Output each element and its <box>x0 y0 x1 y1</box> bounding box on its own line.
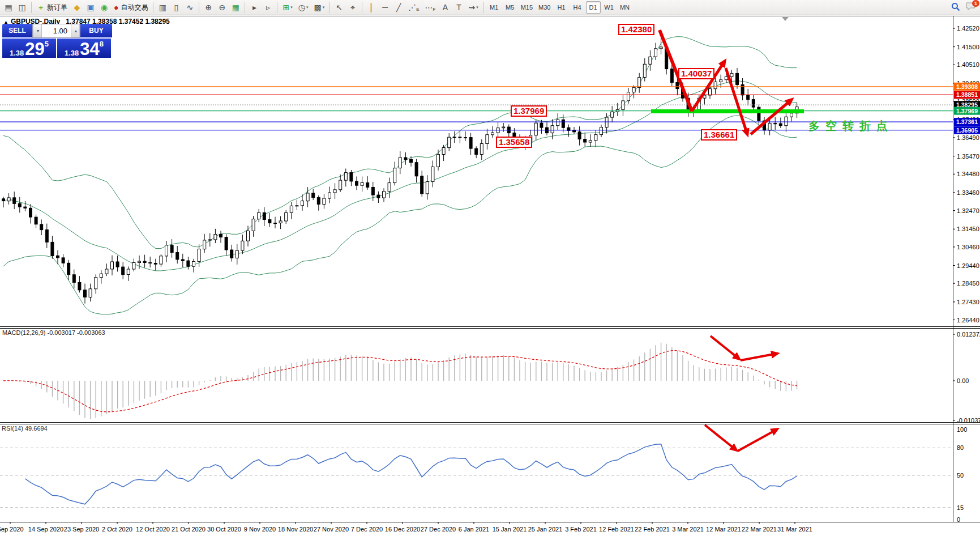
crosshair-icon[interactable]: ⌖ <box>346 1 359 14</box>
price-annotation-box[interactable]: 1.36661 <box>701 129 737 141</box>
timeframe-m30[interactable]: M30 <box>536 1 553 14</box>
candle-body <box>448 137 451 147</box>
chart-bars-icon[interactable]: ▥ <box>156 1 169 14</box>
candle-body <box>779 124 782 126</box>
virtual-hosting-icon[interactable]: ▣ <box>84 1 97 14</box>
chart-candles-icon[interactable]: ▯ <box>170 1 182 14</box>
candle-body <box>676 83 679 89</box>
price-badge-value: 1.38851 <box>956 91 978 98</box>
candle-body <box>594 135 597 141</box>
volume-increase-button[interactable]: ▴ <box>71 24 80 37</box>
autotrading-button[interactable]: ●自动交易 <box>112 1 150 14</box>
trendline-icon[interactable]: ╱ <box>392 1 405 14</box>
macd-label: MACD(12,26,9) -0.003017 -0.003063 <box>2 329 105 336</box>
vertical-line-icon[interactable]: │ <box>365 1 378 14</box>
candle-body <box>296 206 298 206</box>
candle-body <box>469 138 472 149</box>
buy-price-prefix: 1.38 <box>65 49 79 57</box>
price-annotation-box[interactable]: 1.40037 <box>678 68 714 79</box>
sell-price-display[interactable]: 1.38295 <box>2 39 56 58</box>
candle-body <box>366 183 369 188</box>
text-label-icon[interactable]: T <box>452 1 465 14</box>
signals-icon[interactable]: ◉ <box>98 1 110 14</box>
chat-icon[interactable]: 1 <box>966 2 975 13</box>
candle-body <box>404 158 407 159</box>
chart-shift-icon[interactable]: ▹ <box>262 1 274 14</box>
date-axis-label: 31 Mar 2021 <box>777 526 812 533</box>
tile-windows-icon[interactable]: ▦ <box>229 1 242 14</box>
equidistant-channel-icon[interactable]: ⋰E <box>406 1 421 14</box>
price-badge-value: 1.37969 <box>956 108 978 114</box>
buy-price-display[interactable]: 1.38348 <box>57 39 111 58</box>
turning-point-annotation[interactable]: 多空转折点 <box>808 118 893 134</box>
candle-body <box>40 224 43 230</box>
timeframe-w1[interactable]: W1 <box>602 1 617 14</box>
arrows-icon[interactable]: ⇝▾ <box>466 1 480 14</box>
candle-body <box>339 180 342 190</box>
zoom-out-icon[interactable]: ⊖ <box>216 1 228 14</box>
candle-body <box>660 47 662 49</box>
volume-decrease-button[interactable]: ▾ <box>33 24 42 37</box>
templates-icon[interactable]: ▩▾ <box>311 1 327 14</box>
candle-body <box>220 235 222 237</box>
horizontal-line-icon[interactable]: ─ <box>379 1 391 14</box>
candle-body <box>198 249 200 262</box>
candle-body <box>268 220 271 223</box>
timeframe-m5[interactable]: M5 <box>503 1 517 14</box>
buy-button[interactable]: BUY <box>80 24 112 38</box>
price-badge-value: 1.36905 <box>956 127 978 134</box>
chart-shift-marker[interactable] <box>782 17 789 21</box>
chart-profiles-icon[interactable]: ◫ <box>16 1 28 14</box>
candle-body <box>383 192 386 198</box>
zoom-in-icon[interactable]: ⊕ <box>202 1 215 14</box>
macd-trend-arrow[interactable] <box>711 336 739 359</box>
toolbar-separator <box>31 2 32 13</box>
macd-panel <box>3 343 797 420</box>
candle-body <box>350 173 353 181</box>
periods-icon[interactable]: ◷▾ <box>296 1 311 14</box>
candle-body <box>72 275 75 283</box>
cursor-icon[interactable]: ↖ <box>333 1 345 14</box>
date-axis-label: 25 Jan 2021 <box>528 526 563 533</box>
new-order-button[interactable]: ＋新订单 <box>35 1 70 14</box>
timeframe-h4[interactable]: H4 <box>570 1 585 14</box>
candle-body <box>241 241 244 250</box>
price-annotation-box[interactable]: 1.42380 <box>618 24 654 35</box>
macd-trend-arrow[interactable] <box>741 354 777 360</box>
rsi-label: RSI(14) 49.6694 <box>2 425 48 432</box>
toolbar-separator <box>153 2 153 13</box>
candle-body <box>344 173 347 181</box>
market-icon[interactable]: ◆ <box>71 1 83 14</box>
timeframe-m1[interactable]: M1 <box>487 1 502 14</box>
candle-body <box>100 274 102 278</box>
volume-input[interactable] <box>42 24 71 37</box>
search-icon[interactable] <box>951 2 960 14</box>
price-annotation-box[interactable]: 1.37969 <box>511 105 547 117</box>
price-badge-value: 1.37361 <box>956 118 978 125</box>
candle-body <box>638 78 641 88</box>
chat-notification-badge: 1 <box>972 0 979 7</box>
macd-axis-label: 0.00 <box>957 377 969 384</box>
rsi-axis-label: 15 <box>957 504 964 511</box>
sell-button[interactable]: SELL <box>2 24 32 38</box>
rsi-trend-arrow[interactable] <box>705 425 736 450</box>
candle-body <box>247 231 250 241</box>
fibonacci-icon[interactable]: ⋯F <box>423 1 438 14</box>
date-axis-label: 14 Sep 2020 <box>28 526 63 533</box>
candle-body <box>584 139 587 143</box>
timeframe-mn[interactable]: MN <box>618 1 632 14</box>
text-icon[interactable]: A <box>439 1 451 14</box>
candle-body <box>111 262 114 269</box>
chart-line-icon[interactable]: ∿ <box>183 1 196 14</box>
date-axis-label: 30 Oct 2020 <box>207 526 241 533</box>
toolbar-separator <box>329 2 330 13</box>
price-annotation-box[interactable]: 1.35658 <box>496 137 532 148</box>
auto-scroll-icon[interactable]: ▸ <box>248 1 260 14</box>
candle-body <box>236 250 238 258</box>
timeframe-d1[interactable]: D1 <box>586 1 601 14</box>
date-axis-label: Sep 2020 <box>0 526 24 533</box>
timeframe-h1[interactable]: H1 <box>554 1 569 14</box>
indicators-icon[interactable]: ⊞▾ <box>280 1 294 14</box>
timeframe-m15[interactable]: M15 <box>519 1 535 14</box>
new-chart-icon[interactable]: ▤ <box>2 1 15 14</box>
